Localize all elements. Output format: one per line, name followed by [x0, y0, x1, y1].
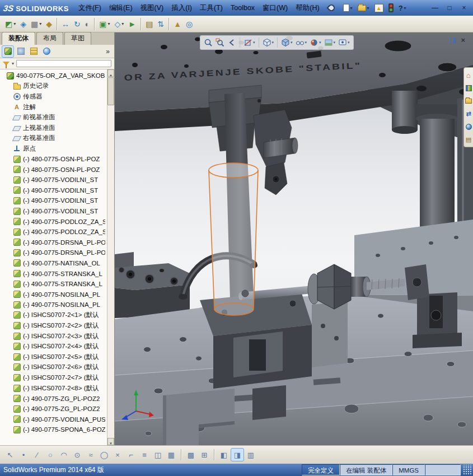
resize-grip[interactable] — [463, 465, 472, 475]
select-tool[interactable]: ↖ — [4, 449, 16, 461]
tree-item[interactable]: (-) ISHCS0707-2<7> (默认 — [0, 372, 114, 383]
ellipse-tool[interactable]: ◯ — [98, 449, 110, 461]
spline-tool[interactable]: ≈ — [85, 449, 97, 461]
tree-scrollbar[interactable] — [107, 69, 114, 445]
menu-item[interactable]: 插入(I) — [167, 0, 196, 16]
tree-item[interactable]: (-) 490-0775-PODLOZ_ZA_S — [0, 227, 114, 237]
tree-item[interactable]: (-) ISHCS0707-2<5> (默认 — [0, 352, 114, 362]
filter-funnel-icon[interactable] — [3, 62, 10, 66]
tree-item[interactable]: (-) 490-0775-PODLOZ_ZA_S — [0, 216, 114, 227]
tree-item[interactable]: (-) ISHCS0707-2<6> (默认 — [0, 362, 114, 373]
grid-toggle[interactable]: ▩ — [185, 449, 197, 461]
display-style-button[interactable] — [280, 37, 294, 48]
tree-item[interactable]: (-) 490-0775-STRANSKA_L — [0, 268, 114, 279]
scroll-up-arrow[interactable] — [107, 69, 114, 77]
tree-item[interactable]: (-) 490-0775-SPONA_6-POZ — [0, 424, 114, 435]
tree-item[interactable]: (-) ISHCS0707-2<4> (默认 — [0, 341, 114, 352]
tree-item[interactable]: (-) 490-0775-VODILNI_ST — [0, 175, 114, 185]
viewport-pane-left[interactable]: ◧ — [218, 449, 230, 461]
tree-item[interactable]: (-) 490-0775-VODILNI_ST — [0, 185, 114, 196]
motion-study-button[interactable]: ► — [127, 17, 138, 31]
tree-item[interactable]: 历史记录 — [0, 81, 114, 92]
rotate-component-button[interactable]: ↻ — [72, 17, 82, 31]
menu-item[interactable]: 编辑(E) — [105, 0, 137, 16]
offset-entities-tool[interactable]: ≡ — [138, 449, 151, 461]
tree-item[interactable]: (-) ISHCS0707-2<3> (默认 — [0, 331, 114, 342]
new-document-button[interactable] — [341, 3, 354, 13]
units-indicator[interactable]: MMGS — [392, 464, 425, 475]
polygon-tool[interactable]: ⊙ — [71, 449, 83, 461]
menu-item[interactable]: 帮助(H) — [292, 0, 323, 16]
arc-tool[interactable]: ◠ — [58, 449, 70, 461]
viewport-pane-right[interactable]: ▥ — [245, 449, 257, 461]
model-view[interactable]: OR ZA VARJENJE SKOBE "STABIL" — [115, 32, 473, 445]
minimize-button[interactable]: — — [428, 3, 442, 13]
smart-fasteners-button[interactable]: ◆ — [44, 17, 54, 31]
scroll-thumb[interactable] — [107, 77, 114, 105]
sketch-pattern-tool[interactable]: ▦ — [165, 449, 177, 461]
scroll-down-arrow[interactable] — [107, 438, 114, 445]
tree-item[interactable]: (-) 490-0775-STRANSKA_L — [0, 279, 114, 290]
file-explorer-tab[interactable] — [465, 96, 473, 106]
menu-item[interactable]: 窗口(W) — [259, 0, 292, 16]
tree-item[interactable]: (-) 480-0775-OSN-PL-POZ — [0, 154, 114, 165]
menu-pin-icon[interactable] — [326, 3, 336, 13]
section-view-button[interactable] — [242, 37, 256, 48]
move-component-button[interactable]: ↔ — [60, 17, 71, 31]
collaboration-status-button[interactable] — [387, 2, 395, 13]
tree-item[interactable]: (-) 490-0775-VODILNI_ST — [0, 206, 114, 217]
convert-entities-tool[interactable]: ⌐ — [125, 449, 137, 461]
tab-propertymanager[interactable] — [15, 46, 26, 57]
line-tool[interactable]: ∕ — [31, 449, 43, 461]
tree-item[interactable]: (-) 490-0775-VODILNA_PUS — [0, 414, 114, 425]
assembly-features-button[interactable]: ▣ — [97, 17, 111, 31]
exploded-view-button[interactable]: ⇅ — [156, 17, 166, 31]
design-library-tab[interactable] — [465, 83, 473, 93]
tree-item[interactable]: 右视基准面 — [0, 133, 114, 144]
solidworks-rx-button[interactable] — [373, 3, 385, 13]
tree-item[interactable]: (-) ISHCS0707-2<8> (默认 — [0, 383, 114, 394]
command-tab[interactable]: 装配体 — [2, 32, 35, 45]
tree-item[interactable]: (-) 490-0775-ZG_PL-POZ2 — [0, 393, 114, 404]
sketch-point-tool[interactable]: • — [17, 449, 30, 461]
tree-item[interactable]: (-) ISHCS0707-2<1> (默认 — [0, 310, 114, 321]
trim-tool[interactable]: × — [111, 449, 124, 461]
tab-displaymanager[interactable] — [41, 46, 52, 57]
viewport-pane-split[interactable]: ◨ — [231, 449, 243, 461]
snap-toggle[interactable]: ⊞ — [198, 449, 210, 461]
instant3d-button[interactable]: ▲ — [172, 17, 183, 31]
circle-tool[interactable]: ○ — [44, 449, 57, 461]
chevron-down-icon[interactable] — [12, 61, 14, 66]
previous-view-button[interactable] — [226, 37, 237, 48]
zoom-area-button[interactable] — [214, 37, 226, 48]
zoom-fit-button[interactable] — [203, 37, 214, 48]
open-document-button[interactable] — [356, 4, 371, 12]
tab-configurationmanager[interactable] — [28, 46, 39, 57]
custom-properties-tab[interactable] — [465, 134, 473, 144]
tree-item[interactable]: 上视基准面 — [0, 123, 114, 133]
tree-item[interactable]: (-) 490-0775-NATISNA_OL — [0, 258, 114, 269]
appearances-tab[interactable] — [465, 122, 473, 132]
help-button[interactable]: ? — [397, 3, 408, 13]
solidworks-resources-tab[interactable] — [465, 70, 473, 80]
panel-overflow-button[interactable]: » — [104, 48, 112, 55]
selected-component-highlight[interactable] — [209, 163, 258, 315]
tab-featuremanager[interactable] — [2, 46, 13, 57]
tree-item[interactable]: (-) ISHCS0707-2<2> (默认 — [0, 320, 114, 331]
edit-appearance-button[interactable] — [308, 37, 322, 48]
close-button[interactable]: × — [457, 3, 471, 13]
tree-root-item[interactable]: 490-0775-OR_ZA_VAR_SKOBE_S1 — [0, 71, 114, 81]
tree-item[interactable]: (-) 490-0775-NOSILNA_PL — [0, 300, 114, 310]
feature-pane-toggle-icon[interactable] — [449, 36, 456, 44]
view-palette-tab[interactable] — [465, 109, 473, 119]
close-pane-icon[interactable] — [461, 36, 465, 44]
graphics-area[interactable]: OR ZA VARJENJE SKOBE "STABIL" — [115, 32, 473, 445]
command-tab[interactable]: 布局 — [36, 32, 63, 45]
menu-item[interactable]: 视图(V) — [137, 0, 168, 16]
tree-item[interactable]: 传感器 — [0, 91, 114, 102]
maximize-button[interactable]: □ — [443, 3, 456, 13]
menu-item[interactable]: Toolbox — [227, 0, 259, 16]
show-hidden-components-button[interactable]: ◐ — [83, 17, 91, 31]
view-orientation-button[interactable] — [261, 37, 275, 48]
bill-of-materials-button[interactable]: ▤ — [144, 17, 154, 31]
